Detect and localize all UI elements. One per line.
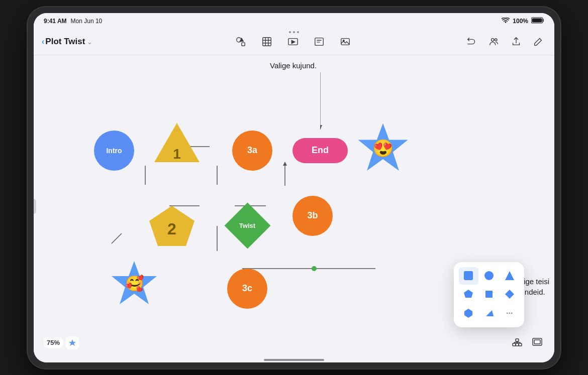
svg-marker-47 [69,339,76,346]
svg-marker-37 [505,271,514,280]
battery-visual [531,17,544,25]
toolbar-center [122,34,464,50]
hierarchy-view-button[interactable] [510,335,524,349]
zoom-star-badge[interactable] [66,336,79,349]
svg-rect-57 [534,340,540,344]
shape-btn-circle[interactable] [479,267,499,285]
node-star-tr[interactable]: 😍 [355,120,411,176]
shape-btn-triangle[interactable] [500,267,519,285]
triangle-label: 1 [154,146,200,162]
svg-rect-3 [242,43,245,46]
shape-btn-parallelogram[interactable] [479,304,499,322]
svg-rect-39 [485,291,493,298]
toolbar-right [464,34,546,50]
share-button[interactable] [508,34,524,50]
zoom-level[interactable]: 75% [44,337,63,348]
annotation-top-line [320,72,360,133]
shape-btn-diamond[interactable] [500,286,519,303]
node-end[interactable]: End [292,138,348,163]
back-button[interactable]: ‹ Plot Twist ⌄ [42,37,92,47]
toolbar-left: ‹ Plot Twist ⌄ [42,37,122,47]
image-tool-button[interactable] [337,34,353,50]
edit-button[interactable] [530,34,546,50]
svg-point-16 [495,39,497,41]
node-triangle-1[interactable]: 1 [154,123,200,168]
status-bar: 9:41 AM Mon Jun 10 100% [34,13,554,29]
svg-rect-13 [341,39,350,45]
node-3b[interactable]: 3b [292,196,333,236]
svg-rect-4 [263,38,271,46]
undo-button[interactable] [464,34,480,50]
status-time: 9:41 AM [44,18,67,25]
svg-rect-10 [315,38,324,46]
toolbar-dots [289,31,299,33]
ipad-screen: 9:41 AM Mon Jun 10 100% [34,13,554,362]
shape-btn-pentagon[interactable] [459,286,478,303]
svg-text:2: 2 [167,220,176,238]
shapes-tool-button[interactable] [233,34,249,50]
home-indicator [34,357,554,362]
zoom-control: 75% [44,336,79,349]
text-tool-button[interactable] [311,34,327,50]
wifi-icon [502,18,510,25]
svg-rect-49 [516,343,519,346]
svg-point-36 [484,271,494,280]
svg-rect-51 [516,339,519,341]
node-3c[interactable]: 3c [227,269,267,309]
node-intro[interactable]: Intro [94,131,134,171]
canvas[interactable]: Intro 1 2 3a [34,55,554,357]
node-star-bl[interactable]: 🥰 [109,259,159,309]
svg-marker-40 [505,290,514,299]
slide-view-button[interactable] [530,335,544,349]
table-tool-button[interactable] [259,34,275,50]
home-bar [264,359,324,361]
shape-btn-more[interactable]: ··· [500,304,519,322]
battery-icon: 100% [513,18,528,25]
svg-point-15 [492,39,495,42]
svg-marker-41 [464,309,472,318]
media-tool-button[interactable] [285,34,301,50]
svg-rect-1 [532,19,542,23]
edge-handle[interactable] [34,199,36,214]
shape-picker[interactable]: ··· [454,262,524,327]
node-3a[interactable]: 3a [232,131,272,171]
shape-btn-hexagon[interactable] [459,304,478,322]
doc-title: Plot Twist [45,37,85,47]
svg-marker-38 [464,290,473,298]
node-pentagon-2[interactable]: 2 [147,203,197,251]
svg-rect-48 [513,343,516,346]
svg-rect-50 [519,343,522,346]
shape-btn-square2[interactable] [479,286,499,303]
svg-marker-42 [486,310,494,316]
svg-rect-35 [464,271,473,280]
toolbar: ‹ Plot Twist ⌄ [34,29,554,55]
shape-btn-square[interactable] [459,267,478,285]
bottom-right-tools [510,335,544,349]
node-twist[interactable]: Twist [225,203,270,248]
ipad-frame: 9:41 AM Mon Jun 10 100% [28,7,560,368]
collaborate-button[interactable] [486,34,502,50]
doc-dropdown-icon: ⌄ [87,38,92,46]
back-chevron-icon: ‹ [42,37,44,46]
svg-marker-44 [320,125,322,130]
status-date: Mon Jun 10 [71,18,103,25]
